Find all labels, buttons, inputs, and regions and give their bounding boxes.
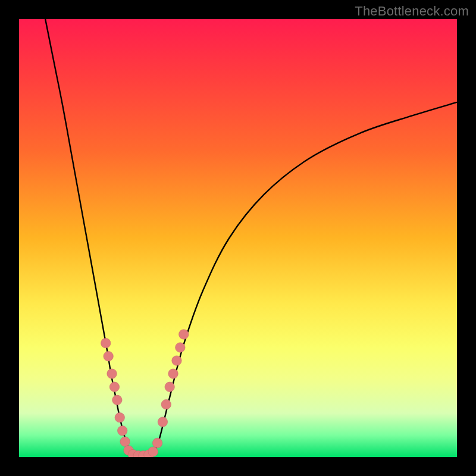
- data-marker: [120, 437, 130, 446]
- bottleneck-curve-floor: [132, 455, 153, 456]
- data-marker: [179, 330, 189, 339]
- data-marker: [117, 426, 127, 436]
- data-marker: [148, 447, 158, 456]
- data-marker: [176, 343, 185, 352]
- data-marker: [165, 382, 174, 392]
- data-marker: [139, 451, 148, 457]
- data-marker: [112, 395, 122, 405]
- data-marker: [161, 399, 171, 409]
- data-marker: [104, 352, 113, 361]
- data-marker: [101, 338, 111, 347]
- data-marker: [144, 450, 154, 457]
- data-marker: [152, 438, 162, 447]
- bottleneck-curve-left: [45, 19, 132, 455]
- curve-layer: [19, 19, 457, 457]
- plot-area: [19, 19, 457, 457]
- data-marker: [172, 356, 181, 365]
- watermark-text: TheBottleneck.com: [355, 4, 469, 19]
- data-marker: [124, 446, 133, 455]
- data-marker: [168, 369, 178, 378]
- data-marker: [158, 417, 167, 427]
- chart-frame: TheBottleneck.com: [0, 0, 476, 476]
- data-marker: [115, 413, 124, 422]
- data-marker: [133, 451, 143, 457]
- data-marker: [109, 382, 119, 392]
- marker-group: [101, 330, 189, 457]
- data-marker: [107, 369, 117, 378]
- data-marker: [128, 449, 137, 457]
- bottleneck-curve-right: [153, 102, 457, 455]
